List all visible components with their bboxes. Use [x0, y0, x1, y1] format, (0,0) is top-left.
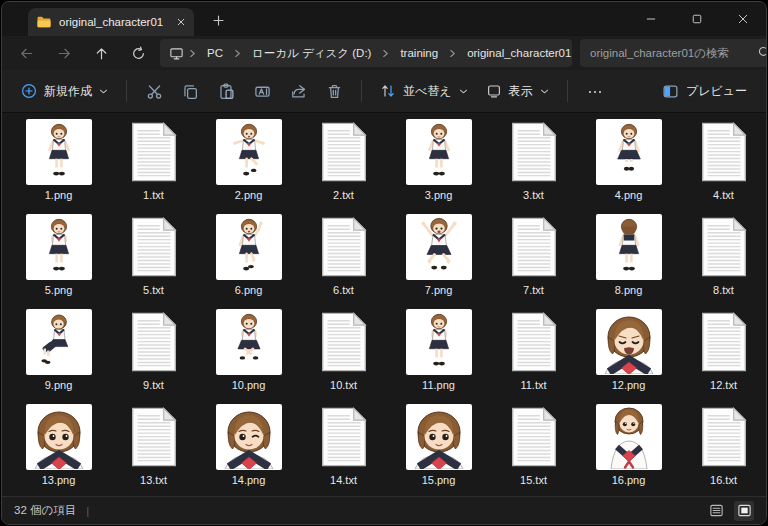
rename-button[interactable] [244, 75, 280, 107]
plus-circle-icon [21, 83, 37, 99]
file-item[interactable]: 14.txt [296, 402, 391, 497]
new-label: 新規作成 [44, 83, 92, 100]
file-item[interactable]: 6.txt [296, 212, 391, 307]
file-item[interactable]: 10.png [201, 307, 296, 402]
image-thumbnail [216, 214, 282, 280]
sort-icon [380, 83, 396, 99]
file-item[interactable]: 6.png [201, 212, 296, 307]
tab-close-icon[interactable] [176, 17, 186, 27]
file-item[interactable]: 15.png [391, 402, 486, 497]
paste-icon [218, 83, 235, 100]
view-label: 表示 [509, 83, 533, 100]
image-thumbnail [596, 119, 662, 185]
file-item[interactable]: 3.png [391, 117, 486, 212]
file-name: 12.png [612, 379, 646, 391]
file-name: 11.txt [520, 379, 546, 391]
breadcrumb-training[interactable]: training [394, 44, 444, 62]
search-box[interactable] [580, 39, 767, 67]
file-item[interactable]: 15.txt [486, 402, 581, 497]
preview-button[interactable]: プレビュー [653, 75, 756, 107]
file-item[interactable]: 4.txt [676, 117, 767, 212]
minimize-button[interactable] [628, 2, 674, 36]
file-item[interactable]: 13.png [11, 402, 106, 497]
text-file-icon [691, 309, 757, 375]
file-name: 7.txt [523, 284, 544, 296]
file-item[interactable]: 7.png [391, 212, 486, 307]
new-tab-button[interactable] [206, 11, 230, 29]
file-item[interactable]: 12.png [581, 307, 676, 402]
file-item[interactable]: 5.txt [106, 212, 201, 307]
ellipsis-icon [587, 83, 603, 99]
cut-button[interactable] [136, 75, 172, 107]
titlebar: original_character01 [2, 2, 766, 36]
share-button[interactable] [280, 75, 316, 107]
forward-button[interactable] [48, 38, 80, 68]
file-item[interactable]: 5.png [11, 212, 106, 307]
file-name: 10.txt [330, 379, 357, 391]
file-item[interactable]: 16.txt [676, 402, 767, 497]
details-view-toggle[interactable] [706, 501, 726, 521]
view-icon [486, 83, 502, 99]
file-item[interactable]: 4.png [581, 117, 676, 212]
file-item[interactable]: 2.png [201, 117, 296, 212]
file-item[interactable]: 9.png [11, 307, 106, 402]
file-name: 8.txt [713, 284, 734, 296]
close-button[interactable] [720, 2, 766, 36]
file-item[interactable]: 8.png [581, 212, 676, 307]
text-file-icon [691, 119, 757, 185]
text-file-icon [501, 214, 567, 280]
file-name: 9.txt [143, 379, 164, 391]
file-item[interactable]: 2.txt [296, 117, 391, 212]
preview-pane-icon [662, 83, 679, 100]
paste-button[interactable] [208, 75, 244, 107]
file-name: 15.txt [520, 474, 547, 486]
toolbar-divider [567, 80, 568, 102]
file-item[interactable]: 7.txt [486, 212, 581, 307]
refresh-button[interactable] [122, 38, 154, 68]
large-icons-view-toggle[interactable] [734, 501, 754, 521]
delete-button[interactable] [316, 75, 352, 107]
text-file-icon [691, 404, 757, 470]
search-input[interactable] [580, 39, 767, 67]
text-file-icon [311, 404, 377, 470]
file-item[interactable]: 11.png [391, 307, 486, 402]
back-button[interactable] [10, 38, 42, 68]
chevron-right-icon [380, 49, 391, 58]
copy-button[interactable] [172, 75, 208, 107]
file-item[interactable]: 3.txt [486, 117, 581, 212]
trash-icon [326, 83, 343, 100]
image-thumbnail [406, 404, 472, 470]
file-item[interactable]: 1.txt [106, 117, 201, 212]
text-file-icon [501, 309, 567, 375]
breadcrumb[interactable]: PC ローカル ディスク (D:) training original_char… [160, 39, 572, 67]
window-controls [628, 2, 766, 36]
tab-original-character01[interactable]: original_character01 [28, 8, 194, 36]
file-name: 5.txt [143, 284, 164, 296]
address-bar: PC ローカル ディスク (D:) training original_char… [2, 36, 766, 70]
file-item[interactable]: 13.txt [106, 402, 201, 497]
more-options-button[interactable] [577, 75, 613, 107]
image-thumbnail [596, 214, 662, 280]
file-name: 11.png [422, 379, 455, 391]
chevron-down-icon [459, 88, 468, 95]
file-item[interactable]: 10.txt [296, 307, 391, 402]
file-name: 14.txt [330, 474, 357, 486]
file-name: 16.txt [710, 474, 737, 486]
file-item[interactable]: 11.txt [486, 307, 581, 402]
file-item[interactable]: 9.txt [106, 307, 201, 402]
view-button[interactable]: 表示 [477, 75, 558, 107]
file-item[interactable]: 16.png [581, 402, 676, 497]
maximize-button[interactable] [674, 2, 720, 36]
file-name: 16.png [612, 474, 646, 486]
file-item[interactable]: 1.png [11, 117, 106, 212]
file-item[interactable]: 12.txt [676, 307, 767, 402]
breadcrumb-pc[interactable]: PC [201, 44, 229, 62]
sort-button[interactable]: 並べ替え [371, 75, 477, 107]
up-button[interactable] [85, 38, 117, 68]
breadcrumb-local-disk-d[interactable]: ローカル ディスク (D:) [246, 43, 377, 64]
breadcrumb-original-character01[interactable]: original_character01 [461, 44, 572, 62]
image-thumbnail [406, 214, 472, 280]
new-button[interactable]: 新規作成 [12, 75, 117, 107]
file-item[interactable]: 8.txt [676, 212, 767, 307]
file-item[interactable]: 14.png [201, 402, 296, 497]
